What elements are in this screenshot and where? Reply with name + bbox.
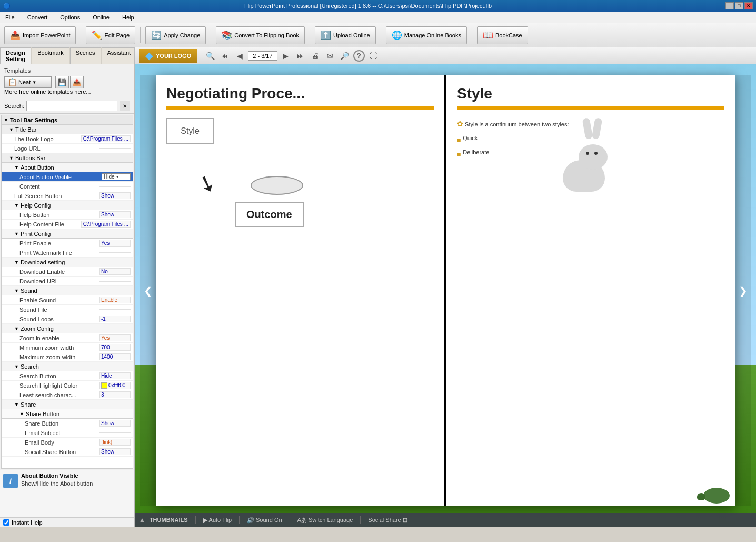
tab-scenes[interactable]: Scenes <box>70 47 101 64</box>
search-clear-button[interactable]: ✕ <box>120 101 130 111</box>
prev-page-button[interactable]: ◀ <box>233 50 246 62</box>
expand-buttonsbar[interactable]: ▼ <box>9 155 14 161</box>
title-bar-title: Flip PowerPoint Professional [Unregister… <box>11 3 725 9</box>
tree-section-search[interactable]: ▼ Search <box>2 362 133 371</box>
expand-toolbar[interactable]: ▼ <box>4 117 8 123</box>
edit-page-button[interactable]: ✏️ Edit Page <box>86 26 135 44</box>
tree-item-fullscreen[interactable]: Full Screen Button Show <box>2 191 133 201</box>
template-select-button[interactable]: 📋 Neat ▼ <box>4 76 52 88</box>
tree-section-share[interactable]: ▼ Share <box>2 400 133 409</box>
tree-section-download[interactable]: ▼ Download setting <box>2 258 133 267</box>
expand-print[interactable]: ▼ <box>14 231 19 236</box>
tree-section-zoom[interactable]: ▼ Zoom Config <box>2 324 133 333</box>
export-template-button[interactable]: 📤 <box>70 76 84 88</box>
tree-section-about-button[interactable]: ▼ About Button <box>2 163 133 172</box>
auto-flip-button[interactable]: ▶ Auto Flip <box>203 517 232 524</box>
expand-zoom[interactable]: ▼ <box>14 326 19 331</box>
sound-on-button[interactable]: 🔊 Sound On <box>247 517 282 524</box>
bookcase-button[interactable]: 📖 BookCase <box>477 26 528 44</box>
bullet-deliberate: ■ Deliberate <box>457 148 569 160</box>
tree-section-share-button[interactable]: ▼ Share Button <box>2 409 133 419</box>
tree-item-download-enable[interactable]: Download Enable No <box>2 267 133 277</box>
tree-item-sound-loops[interactable]: Sound Loops -1 <box>2 314 133 324</box>
tree-item-search-highlight[interactable]: Search Highlight Color 0xffff00 <box>2 381 133 390</box>
tree-item-help-button[interactable]: Help Button Show <box>2 210 133 220</box>
expand-search-config[interactable]: ▼ <box>14 364 19 369</box>
about-visible-dropdown[interactable]: Hide ▼ <box>102 173 131 180</box>
tree-item-enable-sound[interactable]: Enable Sound Enable <box>2 295 133 305</box>
expand-sound[interactable]: ▼ <box>14 288 19 293</box>
expand-about[interactable]: ▼ <box>14 165 19 170</box>
tree-item-search-button[interactable]: Search Button Hide <box>2 371 133 381</box>
fullscreen-button[interactable]: ⛶ <box>367 50 380 62</box>
thumbnails-expand-icon[interactable]: ▲ <box>139 516 145 524</box>
manage-online-button[interactable]: 🌐 Manage Online Books <box>386 26 467 44</box>
expand-download[interactable]: ▼ <box>14 260 19 265</box>
more-templates-link[interactable]: More free online templates here... <box>4 88 91 95</box>
left-nav-button[interactable]: ❮ <box>140 75 156 506</box>
tree-item-min-zoom[interactable]: Minimum zoom width 700 <box>2 343 133 352</box>
tree-item-email-subject[interactable]: Email Subject <box>2 428 133 438</box>
save-template-button[interactable]: 💾 <box>55 76 69 88</box>
thumbnails-label[interactable]: THUMBNAILS <box>150 517 188 523</box>
expand-share-button[interactable]: ▼ <box>19 411 24 417</box>
menu-help[interactable]: Help <box>119 13 137 22</box>
left-page: Negotiating Proce... Style ➘ Outcome <box>156 75 444 506</box>
tree-item-book-logo[interactable]: The Book Logo C:\Program Files ... <box>2 134 133 144</box>
tree-item-download-url[interactable]: Download URL <box>2 277 133 286</box>
instant-help-checkbox[interactable] <box>3 519 9 526</box>
tree-item-logo-url[interactable]: Logo URL <box>2 144 133 153</box>
tree-section-buttonsbar[interactable]: ▼ Buttons Bar <box>2 153 133 163</box>
tree-item-share-btn[interactable]: Share Button Show <box>2 419 133 428</box>
apply-change-button[interactable]: 🔄 Apply Change <box>145 26 206 44</box>
upload-online-button[interactable]: ⬆️ Upload Online <box>315 26 376 44</box>
maximize-button[interactable]: □ <box>735 2 743 9</box>
menu-options[interactable]: Options <box>57 13 83 22</box>
tree-item-help-content[interactable]: Help Content File C:\Program Files ... <box>2 220 133 229</box>
social-share-button[interactable]: Social Share ⊞ <box>368 517 407 524</box>
tree-item-print-enable[interactable]: Print Enable Yes <box>2 239 133 248</box>
menu-online[interactable]: Online <box>89 13 113 22</box>
expand-titlebar[interactable]: ▼ <box>9 127 14 132</box>
tree-item-print-watermark[interactable]: Print Watermark File <box>2 248 133 258</box>
close-button[interactable]: ✕ <box>744 2 753 9</box>
tree-item-email-body[interactable]: Email Body {link} <box>2 438 133 447</box>
import-powerpoint-button[interactable]: 📥 Import PowerPoint <box>4 26 76 44</box>
menu-file[interactable]: File <box>2 13 18 22</box>
tree-section-help[interactable]: ▼ Help Config <box>2 201 133 210</box>
next-page-button[interactable]: ▶ <box>280 50 292 62</box>
help-button-preview[interactable]: ? <box>353 50 365 62</box>
tree-section-sound[interactable]: ▼ Sound <box>2 286 133 295</box>
color-swatch <box>101 382 107 389</box>
convert-button[interactable]: 📚 Convert To Flipping Book <box>216 26 305 44</box>
tree-section-toolbar[interactable]: ▼ Tool Bar Settings <box>2 115 133 125</box>
search-button-preview[interactable]: 🔎 <box>339 50 351 62</box>
tree-item-max-zoom[interactable]: Maximum zoom width 1400 <box>2 352 133 362</box>
minimize-button[interactable]: ─ <box>725 2 734 9</box>
tree-item-zoom-enable[interactable]: Zoom in enable Yes <box>2 333 133 343</box>
first-page-button[interactable]: ⏮ <box>218 50 231 62</box>
zoom-out-button[interactable]: 🔍 <box>204 50 216 62</box>
templates-label: Templates <box>4 67 130 74</box>
expand-help[interactable]: ▼ <box>14 203 19 208</box>
tree-item-least-search[interactable]: Least search charac... 3 <box>2 390 133 400</box>
email-button[interactable]: ✉ <box>324 50 336 62</box>
title-bar: 🔵 Flip PowerPoint Professional [Unregist… <box>0 0 756 12</box>
last-page-button[interactable]: ⏭ <box>294 50 307 62</box>
tree-section-titlebar[interactable]: ▼ Title Bar <box>2 125 133 134</box>
bookcase-icon: 📖 <box>483 30 493 40</box>
search-input[interactable] <box>26 101 117 111</box>
print-button[interactable]: 🖨 <box>309 50 322 62</box>
tree-item-social-share[interactable]: Social Share Button Show <box>2 447 133 457</box>
tab-bookmark[interactable]: Bookmark <box>32 47 69 64</box>
tree-item-sound-file[interactable]: Sound File <box>2 305 133 314</box>
expand-share[interactable]: ▼ <box>14 402 19 407</box>
tab-design-setting[interactable]: Design Setting <box>0 47 31 64</box>
menu-convert[interactable]: Convert <box>24 13 51 22</box>
switch-language-button[interactable]: Aあ Switch Language <box>297 516 353 524</box>
right-nav-button[interactable]: ❯ <box>735 75 751 506</box>
tree-section-print[interactable]: ▼ Print Config <box>2 229 133 239</box>
tab-assistant[interactable]: Assistant <box>102 47 135 64</box>
tree-item-about-visible[interactable]: About Button Visible Hide ▼ <box>2 172 133 182</box>
tree-item-content[interactable]: Content <box>2 182 133 191</box>
